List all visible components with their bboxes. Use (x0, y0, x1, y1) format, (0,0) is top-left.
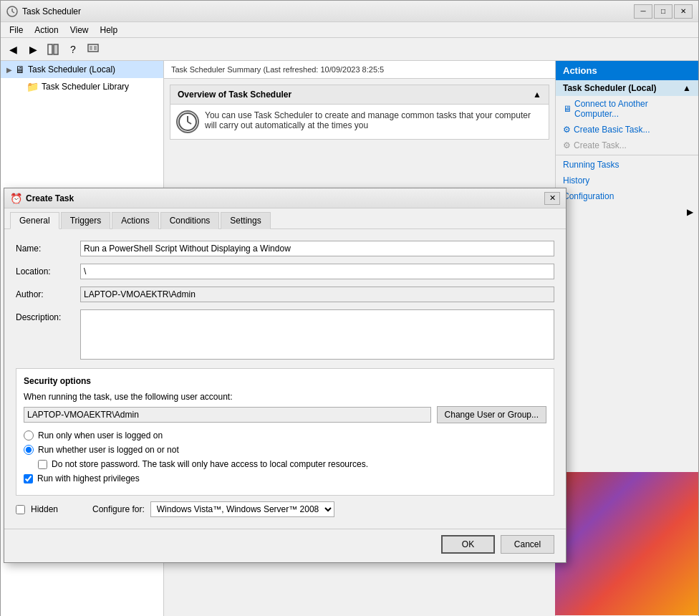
checkbox-no-store-password[interactable] (38, 460, 47, 469)
author-label: Author: (16, 287, 80, 299)
overview-section-body: You can use Task Scheduler to create and… (170, 105, 549, 139)
wallpaper-background (555, 472, 698, 615)
maximize-button[interactable]: □ (654, 4, 673, 19)
computer-icon: 🖥 (15, 64, 25, 75)
checkbox-highest-privileges[interactable] (24, 474, 33, 483)
tab-conditions[interactable]: Conditions (160, 212, 220, 229)
svg-rect-3 (48, 44, 52, 54)
menu-bar: File Action View Help (1, 22, 698, 38)
dialog-tabs: General Triggers Actions Conditions Sett… (4, 208, 566, 229)
name-input[interactable] (80, 241, 554, 256)
user-account-field[interactable] (24, 407, 431, 423)
svg-rect-4 (54, 44, 58, 54)
action-connect-computer[interactable]: 🖥 Connect to Another Computer... (556, 96, 698, 122)
svg-line-12 (188, 122, 191, 124)
history-label: History (563, 175, 589, 186)
description-textarea[interactable] (80, 309, 554, 360)
radio-logged-on-label: Run only when user is logged on (38, 430, 163, 441)
checkbox-no-store-password-row: Do not store password. The task will onl… (38, 459, 546, 469)
clock-icon (176, 110, 199, 133)
create-basic-icon: ⚙ (563, 125, 571, 135)
menu-view[interactable]: View (64, 24, 95, 37)
actions-section-task-scheduler-local[interactable]: Task Scheduler (Local) ▲ (556, 80, 698, 96)
dialog-title-bar: ⏰ Create Task ✕ (4, 188, 566, 208)
dialog-icon: ⏰ (10, 193, 21, 204)
tree-item-library[interactable]: 📁 Task Scheduler Library (1, 78, 163, 95)
folder-icon: 📁 (26, 81, 39, 92)
chevron-up-icon: ▲ (533, 90, 541, 100)
dialog-close-button[interactable]: ✕ (544, 192, 560, 205)
help-button[interactable]: ? (64, 40, 82, 59)
action-history[interactable]: History (556, 173, 698, 188)
overview-section: Overview of Task Scheduler ▲ You can use… (170, 85, 549, 140)
overview-body-text: You can use Task Scheduler to create and… (205, 110, 543, 130)
chevron-up-icon-actions: ▲ (683, 83, 691, 93)
action-create-task: ⚙ Create Task... (556, 138, 698, 153)
actions-section-label: Task Scheduler (Local) (563, 83, 656, 93)
security-subtitle: When running the task, use the following… (24, 392, 546, 402)
configure-for-select[interactable]: Windows Vista™, Windows Server™ 2008 Win… (150, 501, 334, 517)
radio-logged-on[interactable] (24, 430, 34, 441)
tab-general[interactable]: General (10, 212, 59, 229)
radio-not-logged-on-label: Run whether user is logged on or not (38, 445, 179, 455)
title-bar: Task Scheduler ─ □ ✕ (1, 1, 698, 22)
app-icon (6, 6, 18, 17)
connect-icon: 🖥 (563, 104, 572, 114)
right-panel-scroll-arrow[interactable]: ▶ (687, 207, 698, 217)
checkbox-no-store-password-label: Do not store password. The task will onl… (52, 459, 368, 469)
radio-not-logged-on[interactable] (24, 445, 34, 455)
tree-item-task-scheduler-local[interactable]: ▶ 🖥 Task Scheduler (Local) (1, 61, 163, 78)
overview-title: Overview of Task Scheduler (178, 90, 291, 100)
security-title: Security options (24, 376, 546, 386)
minimize-button[interactable]: ─ (634, 4, 652, 19)
user-account-row: Change User or Group... (24, 406, 546, 423)
dialog-footer: OK Cancel (4, 529, 566, 562)
divider-1 (556, 155, 698, 155)
menu-action[interactable]: Action (29, 24, 64, 37)
description-label: Description: (16, 309, 80, 322)
tree-expand-icon: ▶ (6, 66, 15, 74)
action-running-tasks[interactable]: Running Tasks (556, 157, 698, 173)
dialog-title: Create Task (26, 193, 544, 203)
configure-row: Hidden Configure for: Windows Vista™, Wi… (16, 501, 554, 517)
checkbox-hidden[interactable] (16, 505, 25, 514)
author-row: Author: (16, 287, 554, 302)
tree-label-local: Task Scheduler (Local) (28, 64, 115, 74)
cancel-button[interactable]: Cancel (501, 535, 554, 554)
hidden-label: Hidden (31, 504, 58, 514)
window-title: Task Scheduler (22, 6, 634, 16)
running-tasks-label: Running Tasks (563, 160, 620, 170)
radio-not-logged-on-row: Run whether user is logged on or not (24, 445, 546, 455)
action-create-basic-task[interactable]: ⚙ Create Basic Task... (556, 122, 698, 138)
menu-help[interactable]: Help (95, 24, 124, 37)
configuration-label: Configuration (563, 191, 614, 201)
security-section: Security options When running the task, … (16, 368, 554, 496)
tab-actions[interactable]: Actions (112, 212, 158, 229)
tree-label-library: Task Scheduler Library (42, 82, 129, 92)
back-button[interactable]: ◀ (4, 40, 22, 59)
tab-triggers[interactable]: Triggers (61, 212, 111, 229)
location-row: Location: (16, 264, 554, 279)
configure-for-label: Configure for: (92, 504, 145, 514)
radio-logged-on-row: Run only when user is logged on (24, 430, 546, 441)
properties-button[interactable] (84, 40, 102, 59)
author-input[interactable] (80, 287, 554, 302)
show-hide-button[interactable] (44, 40, 62, 59)
create-task-icon: ⚙ (563, 140, 571, 150)
dialog-body: Name: Location: Author: Description: Sec… (4, 229, 566, 529)
location-input[interactable] (80, 264, 554, 279)
menu-file[interactable]: File (4, 24, 29, 37)
right-panel-actions: Task Scheduler (Local) ▲ 🖥 Connect to An… (556, 80, 698, 204)
description-row: Description: (16, 309, 554, 360)
create-task-dialog: ⏰ Create Task ✕ General Triggers Actions… (4, 188, 567, 563)
forward-button[interactable]: ▶ (24, 40, 42, 59)
svg-line-2 (12, 11, 14, 13)
summary-header: Task Scheduler Summary (Last refreshed: … (164, 61, 555, 79)
close-button[interactable]: ✕ (674, 4, 693, 19)
overview-section-header[interactable]: Overview of Task Scheduler ▲ (170, 85, 549, 105)
ok-button[interactable]: OK (441, 535, 495, 554)
change-user-button[interactable]: Change User or Group... (437, 406, 546, 423)
tab-settings[interactable]: Settings (221, 212, 270, 229)
action-configuration[interactable]: Configuration (556, 188, 698, 204)
name-row: Name: (16, 241, 554, 256)
